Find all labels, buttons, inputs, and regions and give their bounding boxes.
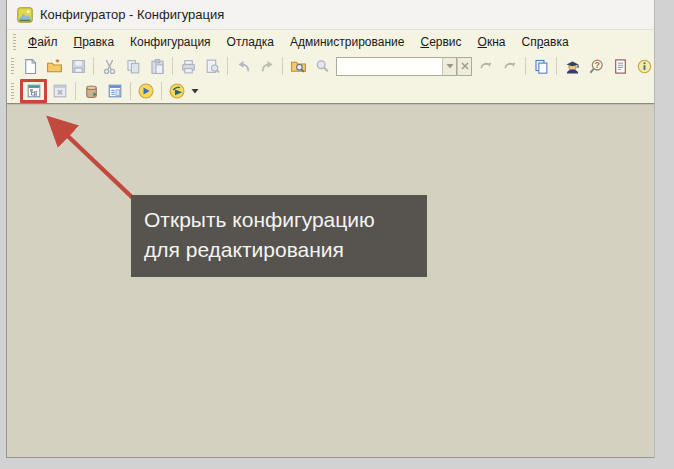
search-dropdown-button[interactable]	[442, 57, 457, 76]
search-input[interactable]	[336, 57, 442, 76]
title-bar: Конфигуратор - Конфигурация	[7, 0, 654, 30]
syntax-assistant-icon	[564, 58, 581, 75]
redo-icon	[259, 58, 276, 75]
search-next-button[interactable]	[498, 55, 522, 77]
toolbar-separator	[282, 57, 283, 75]
toolbar-separator	[161, 82, 162, 100]
cut-button[interactable]	[97, 55, 121, 77]
annotation-highlight-box	[20, 79, 47, 103]
configuration-window-icon	[107, 83, 123, 99]
toolbar-separator	[227, 57, 228, 75]
print-icon	[180, 58, 197, 75]
menu-item-help[interactable]: Справка	[513, 32, 576, 52]
new-file-icon	[22, 58, 39, 75]
close-configuration-icon	[52, 83, 68, 99]
menubar-drag-handle[interactable]	[13, 34, 16, 50]
open-file-button[interactable]	[42, 55, 66, 77]
search-clear-button[interactable]	[457, 57, 472, 76]
search-icon	[314, 58, 331, 75]
chevron-down-icon	[446, 63, 454, 69]
toolbar-drag-handle[interactable]	[11, 58, 14, 74]
menu-item-edit[interactable]: Правка	[66, 32, 123, 52]
print-preview-button[interactable]	[200, 55, 224, 77]
menu-bar: Файл Правка Конфигурация Отладка Админис…	[7, 30, 654, 53]
app-1c-configurator-icon	[17, 7, 33, 23]
module-document-button[interactable]	[608, 55, 632, 77]
copy-button[interactable]	[121, 55, 145, 77]
undo-button[interactable]	[231, 55, 255, 77]
print-preview-icon	[204, 58, 221, 75]
search-next-icon	[502, 58, 519, 75]
save-file-button[interactable]	[66, 55, 90, 77]
close-icon	[461, 62, 469, 70]
copy-icon	[125, 58, 142, 75]
paste-button[interactable]	[145, 55, 169, 77]
toolbar-separator	[93, 57, 94, 75]
annotation-tooltip: Открыть конфигурацию для редактирования	[131, 195, 427, 277]
start-debugging-button[interactable]	[134, 80, 158, 102]
toolbar-drag-handle[interactable]	[11, 83, 14, 99]
syntax-assistant-button[interactable]	[560, 55, 584, 77]
copy-pages-button[interactable]	[529, 55, 553, 77]
start-client-button[interactable]	[165, 80, 189, 102]
search-in-files-button[interactable]	[286, 55, 310, 77]
save-file-icon	[70, 58, 87, 75]
syntax-help-search-icon: ?	[588, 58, 605, 75]
search-previous-button[interactable]	[474, 55, 498, 77]
toolbar-separator	[172, 57, 173, 75]
toolbar-standard: ?	[7, 53, 654, 79]
undo-icon	[235, 58, 252, 75]
start-debugging-icon	[137, 82, 155, 100]
syntax-help-search-button[interactable]: ?	[584, 55, 608, 77]
toolbar-separator	[525, 57, 526, 75]
screenshot-root: { "window": { "title": "Конфигуратор - К…	[0, 0, 674, 469]
toolbar-configuration	[7, 79, 654, 104]
copy-pages-icon	[533, 58, 550, 75]
open-file-icon	[46, 58, 63, 75]
toolbar-separator	[75, 82, 76, 100]
redo-button[interactable]	[255, 55, 279, 77]
search-previous-icon	[478, 58, 495, 75]
infobase-database-button[interactable]	[79, 80, 103, 102]
paste-icon	[149, 58, 166, 75]
open-configuration-button[interactable]	[23, 82, 44, 100]
toolbar-separator	[130, 82, 131, 100]
info-icon	[636, 58, 653, 75]
configurator-window: Конфигуратор - Конфигурация Файл Правка …	[6, 0, 655, 458]
configuration-window-button[interactable]	[103, 80, 127, 102]
menu-item-service[interactable]: Сервис	[412, 32, 469, 52]
window-title: Конфигуратор - Конфигурация	[40, 7, 224, 22]
annotation-tooltip-line2: для редактирования	[144, 235, 414, 265]
menu-item-administration[interactable]: Администрирование	[282, 32, 412, 52]
print-button[interactable]	[176, 55, 200, 77]
search-in-files-icon	[290, 58, 307, 75]
info-button[interactable]	[632, 55, 654, 77]
open-configuration-icon	[26, 83, 42, 99]
close-configuration-button[interactable]	[48, 80, 72, 102]
overflow-chevron-icon	[191, 88, 199, 94]
workspace: Открыть конфигурацию для редактирования	[7, 104, 654, 457]
cut-icon	[101, 58, 118, 75]
module-document-icon	[612, 58, 629, 75]
menu-item-debug[interactable]: Отладка	[219, 32, 282, 52]
start-client-icon	[168, 82, 186, 100]
new-file-button[interactable]	[18, 55, 42, 77]
infobase-database-icon	[83, 83, 100, 100]
menu-item-configuration[interactable]: Конфигурация	[122, 32, 219, 52]
search-combo	[336, 57, 472, 76]
annotation-tooltip-line1: Открыть конфигурацию	[144, 205, 414, 235]
menu-item-windows[interactable]: Окна	[470, 32, 514, 52]
svg-text:?: ?	[594, 60, 600, 70]
annotation-arrow	[35, 107, 147, 207]
toolbar-overflow-button[interactable]	[189, 88, 201, 94]
menu-item-file[interactable]: Файл	[20, 32, 66, 52]
search-button[interactable]	[310, 55, 334, 77]
toolbar-separator	[556, 57, 557, 75]
